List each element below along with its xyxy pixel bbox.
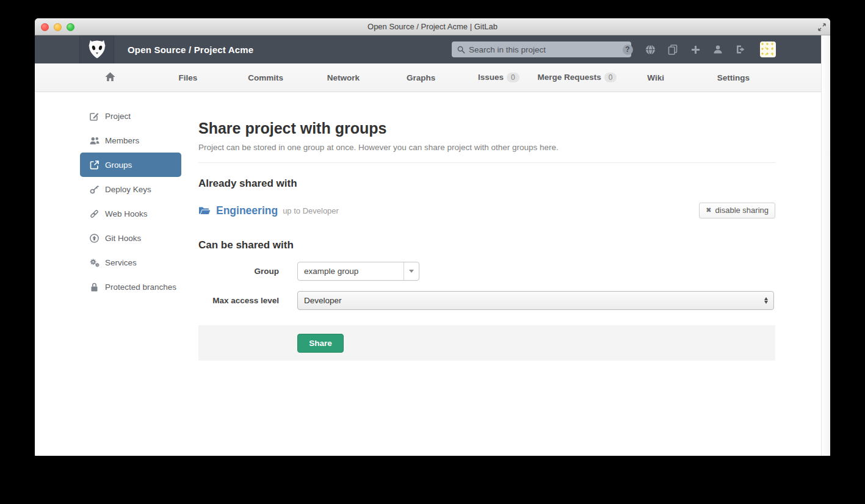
shared-group-link[interactable]: Engineering — [216, 204, 278, 217]
tab-wiki[interactable]: Wiki — [617, 73, 694, 82]
sidebar-item-git-hooks[interactable]: Git Hooks — [80, 226, 181, 250]
users-icon — [89, 136, 100, 145]
max-access-form-row: Max access level Developer — [198, 291, 775, 310]
search-input[interactable] — [469, 45, 626, 54]
share-icon — [89, 160, 100, 170]
browser-window: Open Source / Project Acme | GitLab Open… — [35, 18, 830, 456]
settings-sidebar: Project Members Groups Deploy Keys Web H… — [80, 104, 181, 299]
tab-merge-requests-label: Merge Requests — [538, 73, 601, 82]
sidebar-item-label: Git Hooks — [105, 234, 141, 243]
max-access-label: Max access level — [198, 296, 279, 305]
sidebar-item-label: Members — [105, 136, 139, 145]
project-nav: Files Commits Network Graphs Issues0 Mer… — [35, 63, 830, 92]
folder-open-icon — [198, 206, 211, 215]
header-spacer — [35, 35, 80, 63]
user-icon[interactable] — [712, 44, 723, 55]
form-actions: Share — [198, 325, 775, 361]
tab-commits[interactable]: Commits — [227, 73, 305, 82]
chevron-down-icon — [404, 262, 419, 280]
avatar[interactable] — [760, 41, 776, 57]
disable-sharing-button[interactable]: ✖ disable sharing — [699, 203, 775, 218]
sidebar-item-protected-branches[interactable]: Protected branches — [80, 275, 181, 299]
sidebar-item-label: Project — [105, 112, 131, 121]
project-breadcrumb-title: Open Source / Project Acme — [128, 45, 253, 55]
already-shared-heading: Already shared with — [198, 178, 775, 190]
gitlab-logo[interactable] — [80, 35, 114, 63]
window-titlebar: Open Source / Project Acme | GitLab — [35, 18, 830, 35]
group-label: Group — [198, 267, 279, 276]
globe-icon[interactable] — [645, 44, 656, 55]
group-select[interactable]: example group — [297, 262, 419, 281]
select-stepper-icon — [764, 292, 768, 309]
sidebar-item-groups[interactable]: Groups — [80, 153, 181, 177]
max-access-select-value: Developer — [304, 296, 342, 305]
scrollbar[interactable] — [821, 35, 830, 456]
group-form-row: Group example group — [198, 262, 775, 281]
lock-icon — [89, 283, 100, 292]
sidebar-item-label: Services — [105, 258, 137, 267]
shared-group-access-note: up to Developer — [283, 206, 339, 215]
arrow-circle-up-icon — [89, 234, 100, 243]
sidebar-item-members[interactable]: Members — [80, 128, 181, 153]
group-select-value: example group — [298, 262, 404, 280]
key-icon — [89, 185, 100, 194]
home-icon — [105, 72, 115, 82]
window-title: Open Source / Project Acme | GitLab — [367, 22, 498, 31]
sign-out-icon[interactable] — [735, 44, 746, 55]
help-icon[interactable]: ? — [622, 44, 633, 55]
tab-home[interactable] — [71, 72, 149, 84]
copy-icon[interactable] — [667, 44, 678, 55]
divider — [198, 162, 775, 163]
sidebar-item-web-hooks[interactable]: Web Hooks — [80, 201, 181, 226]
sidebar-item-label: Groups — [105, 160, 132, 170]
sidebar-item-label: Protected branches — [105, 283, 176, 292]
app-header: Open Source / Project Acme ? — [35, 35, 830, 63]
resize-grip-icon[interactable] — [818, 23, 826, 34]
minimize-window-icon[interactable] — [54, 23, 62, 31]
plus-icon[interactable] — [690, 44, 701, 55]
tab-issues-label: Issues — [478, 73, 504, 82]
sidebar-item-project[interactable]: Project — [80, 104, 181, 128]
gears-icon — [89, 258, 100, 267]
x-icon: ✖ — [706, 206, 711, 214]
sidebar-item-label: Web Hooks — [105, 209, 148, 218]
search-box[interactable] — [452, 41, 631, 57]
gitlab-fox-icon — [87, 39, 107, 60]
pencil-square-icon — [89, 112, 100, 121]
main-content: Share project with groups Project can be… — [198, 92, 775, 361]
tab-network[interactable]: Network — [305, 73, 382, 82]
page-title: Share project with groups — [198, 120, 775, 137]
disable-sharing-label: disable sharing — [715, 206, 769, 215]
tab-files[interactable]: Files — [149, 73, 226, 82]
can-share-heading: Can be shared with — [198, 239, 775, 251]
window-controls — [41, 23, 74, 31]
sidebar-item-label: Deploy Keys — [105, 185, 151, 194]
tab-issues[interactable]: Issues0 — [460, 73, 537, 82]
header-icon-group: ? — [622, 35, 776, 63]
close-window-icon[interactable] — [41, 23, 49, 31]
zoom-window-icon[interactable] — [67, 23, 74, 31]
issues-count-badge: 0 — [507, 73, 519, 82]
sidebar-item-services[interactable]: Services — [80, 250, 181, 275]
max-access-select[interactable]: Developer — [297, 291, 774, 310]
share-button[interactable]: Share — [297, 334, 344, 353]
search-icon — [457, 46, 465, 54]
shared-group-row: Engineering up to Developer ✖ disable sh… — [198, 203, 775, 218]
tab-settings[interactable]: Settings — [695, 73, 772, 82]
page-subtitle: Project can be stored in one group at on… — [198, 143, 775, 152]
sidebar-item-deploy-keys[interactable]: Deploy Keys — [80, 177, 181, 201]
merge-requests-count-badge: 0 — [604, 73, 617, 82]
link-icon — [89, 209, 100, 218]
tab-graphs[interactable]: Graphs — [382, 73, 460, 82]
tab-merge-requests[interactable]: Merge Requests0 — [538, 73, 617, 82]
